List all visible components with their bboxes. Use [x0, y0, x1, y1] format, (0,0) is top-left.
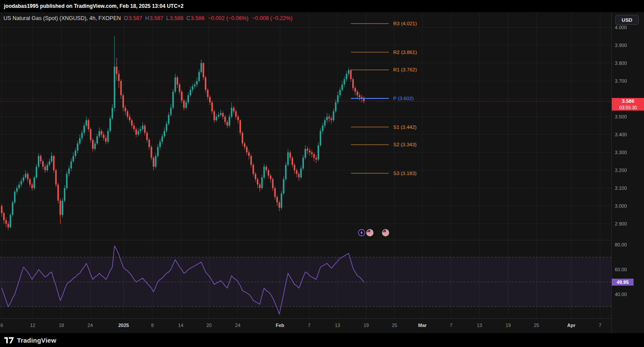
candle-body [235, 111, 237, 117]
change-value: −0.002 (−0.06%) [208, 15, 248, 21]
rsi-pane[interactable] [0, 240, 611, 318]
event-icon-us-flag[interactable] [382, 229, 389, 236]
candle-body [296, 170, 298, 174]
pivot-label-r3: R3 (4.021) [393, 21, 417, 26]
candle-body [220, 113, 222, 115]
candle-body [131, 120, 133, 125]
candle-body [344, 79, 345, 84]
candle-body [12, 202, 13, 215]
candle-body [341, 84, 343, 90]
candle-body [96, 136, 98, 143]
candle-body [194, 84, 196, 86]
candle-body [270, 175, 272, 179]
candle-body [77, 143, 79, 150]
candle-body [292, 158, 293, 165]
candle-body [114, 67, 115, 108]
candle-body [144, 125, 146, 132]
candle-body [200, 63, 202, 72]
candle-body [207, 90, 209, 97]
publish-bar: joodabas1995 published on TradingView.co… [0, 0, 644, 12]
time-tick-label: Apr [561, 323, 582, 328]
symbol-title[interactable]: US Natural Gas (Spot) (XNGUSD), 4h, FXOP… [3, 15, 121, 21]
tradingview-wordmark[interactable]: TradingView [17, 337, 56, 344]
candle-body [237, 117, 239, 120]
candle-body [239, 120, 241, 133]
time-tick-label: 7 [299, 323, 320, 328]
candle-body [185, 102, 187, 108]
candle-body [73, 156, 74, 161]
candle-body [320, 131, 321, 145]
change-total-value: −0.008 (−0.22%) [252, 15, 293, 21]
candle-body [209, 97, 211, 102]
tradingview-snapshot: joodabas1995 published on TradingView.co… [0, 0, 644, 347]
candle-body [159, 141, 161, 147]
candle-body [290, 152, 291, 158]
candle-body [190, 90, 192, 95]
candle-body [266, 167, 267, 170]
price-axis-scale[interactable]: USD 3.586 03:55:30 49.95 4.0003.9003.800… [611, 12, 644, 333]
candle-body [1, 206, 3, 213]
time-tick-label: 13 [327, 323, 348, 328]
candle-body [350, 70, 352, 79]
candle-body [29, 179, 31, 185]
price-pane[interactable]: R3 (4.021)R2 (3.861)R1 (3.762)P (3.602)S… [0, 12, 611, 240]
time-tick-label: 12 [22, 323, 43, 328]
currency-usd-button[interactable]: USD [615, 15, 639, 25]
candle-body [202, 63, 204, 77]
candle-body [118, 74, 120, 81]
candle-body [246, 147, 248, 152]
candle-body [181, 92, 183, 101]
candle-body [146, 133, 148, 140]
candle-body [27, 174, 28, 179]
candle-body [42, 162, 44, 167]
rsi-tick-label: 40.00 [615, 292, 627, 297]
candle-body [83, 125, 85, 132]
ohlc-close-label: C [186, 15, 190, 21]
candle-body [322, 125, 324, 131]
price-tick-label: 3.100 [615, 185, 627, 191]
candle-body [300, 168, 302, 178]
tradingview-logo-icon[interactable] [4, 337, 14, 344]
candle-body [196, 81, 198, 84]
event-icon-us-flag[interactable] [366, 229, 374, 236]
candle-body [157, 147, 159, 156]
candle-body [133, 125, 135, 129]
candle-body [90, 129, 91, 140]
candle-body [127, 111, 128, 117]
candle-body [116, 67, 118, 74]
candle-body [101, 131, 102, 135]
chart-area[interactable]: R3 (4.021)R2 (3.861)R1 (3.762)P (3.602)S… [0, 12, 644, 333]
candle-body [81, 133, 83, 138]
pivot-label-r2: R2 (3.861) [393, 50, 417, 55]
candle-body [313, 154, 315, 158]
candle-body [257, 179, 259, 185]
candle-body [172, 92, 174, 108]
candle-body [339, 90, 341, 95]
candle-body [231, 108, 233, 117]
candle-body [326, 117, 328, 120]
candle-body [255, 174, 256, 179]
candle-body [31, 185, 33, 188]
candle-body [330, 118, 332, 120]
candle-body [10, 215, 11, 228]
candle-body [279, 202, 280, 208]
candle-body [179, 84, 181, 91]
time-tick-label: 7 [590, 323, 610, 328]
pane-separator[interactable] [0, 240, 611, 240]
event-icon-economic[interactable] [358, 229, 365, 236]
time-axis[interactable]: 612182420258142024Feb7131925Mar7131925Ap… [0, 318, 611, 333]
time-tick-label: 8 [142, 323, 163, 328]
candle-body [213, 111, 215, 121]
rsi-value-badge: 49.95 [612, 279, 634, 286]
candle-body [211, 102, 213, 111]
candle-body [244, 143, 246, 147]
candle-body [170, 108, 172, 115]
candle-body [359, 95, 361, 97]
candle-body [44, 167, 46, 170]
time-tick-label: 7 [441, 323, 462, 328]
candle-body [192, 86, 193, 90]
candle-body [155, 156, 157, 167]
candle-body [51, 156, 53, 161]
ohlc-low-value: 3.586 [170, 15, 183, 21]
candle-body [224, 117, 226, 122]
